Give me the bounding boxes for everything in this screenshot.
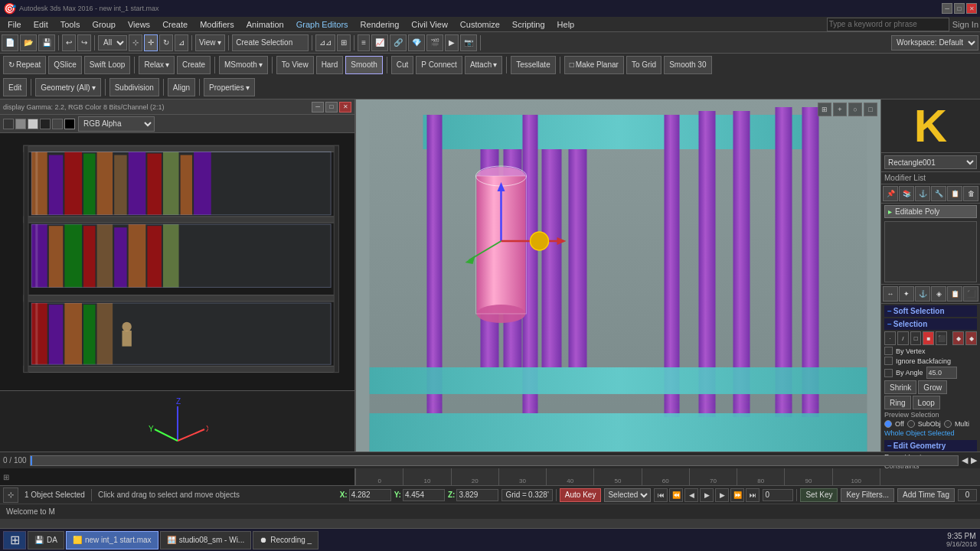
select-tool[interactable]: ⊹ — [129, 34, 142, 51]
sel-type-b[interactable]: ◆ — [965, 331, 977, 345]
vp-ctrl-2[interactable]: + — [833, 103, 847, 116]
angle-input[interactable] — [926, 367, 957, 379]
mirror-btn[interactable]: ⊿⊿ — [315, 34, 335, 51]
menu-file[interactable]: File — [2, 17, 28, 31]
menu-help[interactable]: Help — [551, 17, 581, 31]
curve-editor[interactable]: 📈 — [371, 34, 388, 51]
bottom-icon-2[interactable]: ✦ — [899, 286, 914, 302]
taskbar-item-da[interactable]: 💾 DA — [28, 531, 64, 549]
editable-poly-item[interactable]: ▸ Editable Poly — [884, 205, 977, 218]
sel-element-btn[interactable]: ⬛ — [936, 331, 947, 345]
bottom-icon-3[interactable]: ⚓ — [915, 286, 930, 302]
close-button[interactable]: ✕ — [966, 3, 977, 14]
main-3d-viewport[interactable]: ⊞ + ○ □ — [356, 99, 880, 452]
by-angle-checkbox[interactable] — [884, 369, 893, 377]
anim-go-start[interactable]: ⏮ — [654, 488, 668, 502]
render-btn[interactable]: ▶ — [445, 34, 459, 51]
auto-key-button[interactable]: Auto Key — [560, 488, 602, 502]
swatch-black[interactable] — [3, 119, 14, 129]
properties-dropdown-btn[interactable]: Properties ▾ — [204, 78, 255, 96]
ignore-backfacing-checkbox[interactable] — [884, 357, 893, 365]
loop-button[interactable]: Loop — [913, 396, 940, 409]
bottom-icon-6[interactable]: ⬛ — [963, 286, 978, 302]
z-input[interactable] — [456, 489, 498, 501]
geometry-dropdown-btn[interactable]: Geometry (All) ▾ — [35, 78, 100, 96]
timeline-left-arrow[interactable]: ◀ — [962, 455, 968, 465]
sign-in-button[interactable]: Sign In — [952, 20, 978, 29]
align-btn[interactable]: ⊞ — [337, 34, 351, 51]
mod-icon-copy[interactable]: 📋 — [947, 186, 962, 201]
menu-create[interactable]: Create — [156, 17, 194, 31]
mod-icon-stack[interactable]: 📚 — [899, 186, 914, 201]
sel-type-a[interactable]: ◆ — [952, 331, 964, 345]
vp-ctrl-1[interactable]: ⊞ — [818, 103, 831, 116]
vp-ctrl-3[interactable]: ○ — [848, 103, 862, 116]
reference-coord[interactable]: View ▾ — [195, 34, 225, 51]
shrink-button[interactable]: Shrink — [884, 380, 916, 394]
radio-subobj[interactable] — [907, 420, 915, 428]
move-tool[interactable]: ✛ — [144, 34, 158, 51]
menu-civil-view[interactable]: Civil View — [405, 17, 453, 31]
swatch-mid[interactable] — [52, 119, 63, 129]
x-input[interactable] — [349, 489, 391, 501]
make-planar-btn[interactable]: □ Make Planar — [564, 56, 624, 74]
to-view-btn[interactable]: To View — [276, 56, 314, 74]
mat-editor[interactable]: 💎 — [408, 34, 425, 51]
selection-header[interactable]: − Selection — [884, 318, 977, 330]
add-time-tag-button[interactable]: Add Time Tag — [897, 488, 955, 502]
track-bar-ticks[interactable]: 0 10 20 30 40 50 60 70 80 90 100 — [356, 468, 980, 485]
by-vertex-checkbox[interactable] — [884, 347, 893, 355]
menu-animation[interactable]: Animation — [240, 17, 290, 31]
rotate-tool[interactable]: ↻ — [159, 34, 173, 51]
ring-button[interactable]: Ring — [884, 396, 911, 409]
menu-graph-editors[interactable]: Graph Editors — [290, 17, 354, 31]
viewport-minimize[interactable]: ─ — [312, 102, 324, 112]
taskbar-item-studio[interactable]: 🪟 studio08_sm - Wi... — [160, 531, 252, 549]
qslice-btn[interactable]: QSlice — [48, 56, 81, 74]
mod-icon-tool[interactable]: 🔧 — [931, 186, 946, 201]
anim-next-frame[interactable]: ▶ — [715, 488, 729, 502]
timeline-right-arrow[interactable]: ▶ — [971, 455, 977, 465]
menu-modifiers[interactable]: Modifiers — [194, 17, 240, 31]
render-frame[interactable]: 📷 — [460, 34, 477, 51]
p-connect-btn[interactable]: P Connect — [416, 56, 462, 74]
sel-vertex-btn[interactable]: · — [884, 331, 896, 345]
subdivision-btn[interactable]: Subdivision — [109, 78, 159, 96]
undo-button[interactable]: ↩ — [62, 34, 76, 51]
edit-geometry-header[interactable]: − Edit Geometry — [884, 440, 977, 452]
schematic-btn[interactable]: 🔗 — [390, 34, 407, 51]
y-input[interactable] — [403, 489, 445, 501]
status-icon[interactable]: ⊹ — [3, 487, 18, 503]
anim-next-key[interactable]: ⏩ — [730, 488, 744, 502]
save-button[interactable]: 💾 — [38, 34, 55, 51]
vp-ctrl-4[interactable]: □ — [864, 103, 877, 116]
layer-mgr[interactable]: ≡ — [358, 34, 370, 51]
set-key-button[interactable]: Set Key — [800, 488, 838, 502]
hard-btn[interactable]: Hard — [316, 56, 344, 74]
smooth30-btn[interactable]: Smooth 30 — [664, 56, 711, 74]
swift-loop-btn[interactable]: Swift Loop — [84, 56, 131, 74]
taskbar-item-3dsmax[interactable]: 🟨 new int_1 start.max — [66, 531, 158, 549]
anim-prev-key[interactable]: ⏪ — [669, 488, 683, 502]
sel-edge-btn[interactable]: / — [897, 331, 909, 345]
mod-icon-anchor[interactable]: ⚓ — [915, 186, 930, 201]
mod-icon-pin[interactable]: 📌 — [883, 186, 898, 201]
menu-rendering[interactable]: Rendering — [354, 17, 406, 31]
swatch-black2[interactable] — [64, 119, 75, 129]
time-tag-input[interactable] — [958, 489, 977, 501]
timeline-bar[interactable] — [30, 455, 959, 466]
cut-btn[interactable]: Cut — [391, 56, 414, 74]
sel-poly-btn[interactable]: ■ — [923, 331, 934, 345]
channel-dropdown[interactable]: RGB Alpha RGB Alpha — [78, 116, 155, 132]
menu-group[interactable]: Group — [86, 17, 122, 31]
search-input[interactable] — [827, 18, 949, 31]
menu-tools[interactable]: Tools — [54, 17, 87, 31]
open-button[interactable]: 📂 — [20, 34, 37, 51]
menu-scripting[interactable]: Scripting — [506, 17, 551, 31]
menu-views[interactable]: Views — [122, 17, 156, 31]
new-button[interactable]: 📄 — [2, 34, 18, 51]
tessellate-btn[interactable]: Tessellate — [511, 56, 555, 74]
relax-btn[interactable]: Relax ▾ — [139, 56, 175, 74]
auto-key-mode-dropdown[interactable]: Selected — [604, 488, 651, 502]
minimize-button[interactable]: ─ — [942, 3, 952, 14]
